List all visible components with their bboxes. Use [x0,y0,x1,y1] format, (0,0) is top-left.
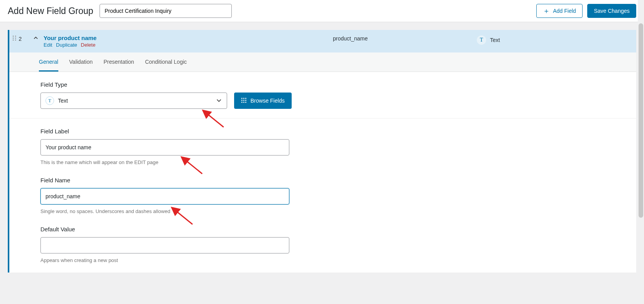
field-type-select[interactable]: T Text [40,93,227,109]
section-field-label: Field Label This is the name which will … [9,119,636,169]
section-field-type: Field Type T Text Browse Fields [9,72,636,119]
grid-icon [241,98,247,104]
page-title: Add New Field Group [8,6,93,16]
svg-point-1 [15,36,16,37]
plus-icon: ＋ [543,7,550,14]
tab-conditional-logic[interactable]: Conditional Logic [145,52,187,72]
svg-point-4 [13,40,14,41]
svg-point-8 [245,98,247,99]
field-name-input[interactable] [40,188,289,204]
svg-point-9 [242,100,243,101]
svg-point-3 [15,38,16,39]
chevron-down-icon [216,97,222,105]
browse-fields-label: Browse Fields [250,98,285,104]
tab-general[interactable]: General [39,52,58,72]
add-field-label: Add Field [553,8,576,14]
field-type-readonly: Text [490,37,500,43]
svg-point-12 [242,101,243,103]
text-type-icon: T [477,35,486,45]
svg-point-7 [243,98,245,99]
field-name-heading: Field Name [40,177,605,183]
field-name-readonly: product_name [333,35,477,42]
svg-point-14 [245,101,247,103]
field-label-link[interactable]: Your product name [44,35,333,41]
delete-link[interactable]: Delete [81,42,96,48]
text-type-icon: T [46,96,54,105]
browse-fields-button[interactable]: Browse Fields [234,93,292,109]
section-field-name: Field Name Single word, no spaces. Under… [9,169,636,218]
svg-point-2 [13,38,14,39]
tab-presentation[interactable]: Presentation [103,52,134,72]
drag-handle-icon[interactable] [12,35,16,42]
save-changes-button[interactable]: Save Changes [587,4,636,18]
svg-point-13 [243,101,245,103]
field-label-input[interactable] [40,139,289,155]
default-value-help: Appears when creating a new post [40,257,605,263]
field-editor-panel: General Validation Presentation Conditio… [8,52,636,273]
field-name-help: Single word, no spaces. Underscores and … [40,208,605,214]
collapse-toggle[interactable] [28,35,44,41]
tab-validation[interactable]: Validation [69,52,93,72]
svg-point-6 [242,98,243,99]
svg-point-5 [15,40,16,41]
field-label-help: This is the name which will appear on th… [40,159,605,165]
scrollbar[interactable] [638,0,644,273]
svg-point-0 [13,36,14,37]
field-type-selected: Text [58,98,68,104]
svg-point-11 [245,100,247,101]
row-actions: Edit Duplicate Delete [44,42,333,48]
default-value-input[interactable] [40,237,289,253]
scrollbar-thumb[interactable] [639,23,643,218]
default-value-heading: Default Value [40,226,605,232]
field-type-label: Field Type [40,81,605,88]
field-row: 2 Your product name Edit Duplicate Delet… [8,30,636,52]
section-default-value: Default Value Appears when creating a ne… [9,218,636,273]
field-label-heading: Field Label [40,128,605,135]
add-field-button[interactable]: ＋ Add Field [536,4,583,18]
edit-link[interactable]: Edit [44,42,52,48]
header-bar: Add New Field Group ＋ Add Field Save Cha… [0,0,644,22]
duplicate-link[interactable]: Duplicate [56,42,77,48]
field-index: 2 [19,36,22,42]
group-name-input[interactable] [100,4,232,18]
field-tabs: General Validation Presentation Conditio… [9,52,636,72]
svg-point-10 [243,100,245,101]
